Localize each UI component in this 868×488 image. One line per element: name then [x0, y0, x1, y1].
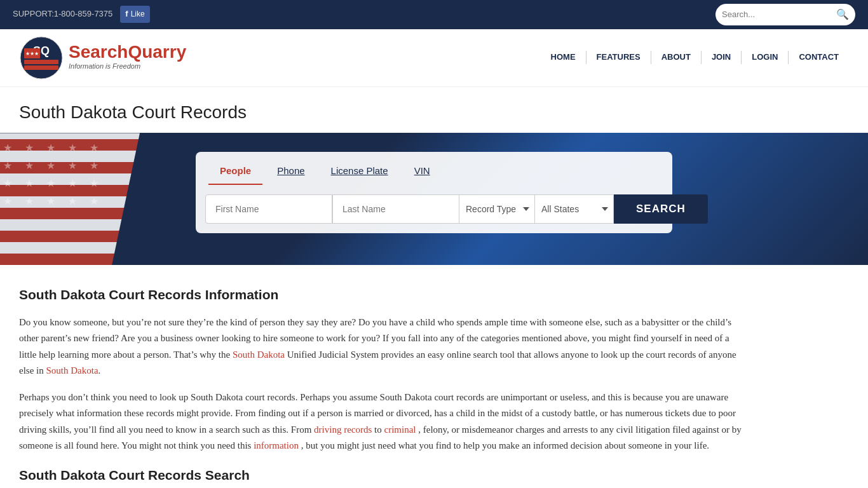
- fb-icon: f: [125, 8, 128, 21]
- svg-rect-2: [24, 60, 58, 64]
- tab-phone[interactable]: Phone: [266, 158, 316, 185]
- top-bar-left: SUPPORT:1-800-859-7375 f Like: [13, 6, 150, 23]
- link-driving-records[interactable]: driving records: [314, 424, 372, 435]
- logo-brand: SearchQuarry: [69, 43, 186, 61]
- logo-tagline: Information is Freedom: [69, 61, 186, 72]
- search-container: People Phone License Plate VIN Record Ty…: [196, 152, 672, 233]
- page-title-area: South Dakota Court Records: [0, 87, 868, 133]
- search-button[interactable]: SEARCH: [614, 194, 708, 224]
- main-nav: HOME FEATURES ABOUT JOIN LOGIN CONTACT: [541, 51, 849, 64]
- link-south-dakota-1[interactable]: South Dakota: [233, 349, 285, 360]
- all-states-select[interactable]: All States South Dakota Alabama Alaska: [535, 194, 614, 224]
- top-search-bar[interactable]: 🔍: [715, 4, 855, 25]
- link-criminal[interactable]: criminal: [384, 424, 416, 435]
- tab-license-plate[interactable]: License Plate: [320, 158, 400, 185]
- fb-like-button[interactable]: f Like: [120, 6, 149, 23]
- hero-banner: People Phone License Plate VIN Record Ty…: [0, 133, 868, 265]
- top-bar: SUPPORT:1-800-859-7375 f Like 🔍: [0, 0, 868, 29]
- record-type-select[interactable]: Record Type Criminal Civil Traffic: [459, 194, 535, 224]
- first-name-input[interactable]: [205, 194, 332, 224]
- logo-brand-part1: Search: [69, 42, 128, 62]
- tab-vin[interactable]: VIN: [403, 158, 442, 185]
- header: SQ ★★★ SearchQuarry Information is Freed…: [0, 29, 868, 87]
- nav-login[interactable]: LOGIN: [742, 51, 789, 64]
- top-search-input[interactable]: [722, 10, 836, 19]
- search-tabs: People Phone License Plate VIN: [196, 152, 672, 185]
- logo-text: SearchQuarry Information is Freedom: [69, 43, 186, 72]
- nav-join[interactable]: JOIN: [702, 51, 742, 64]
- svg-rect-3: [24, 65, 58, 70]
- search-section-heading: South Dakota Court Records Search: [19, 464, 743, 486]
- search-form: Record Type Criminal Civil Traffic All S…: [196, 185, 672, 233]
- page-title: South Dakota Court Records: [19, 98, 849, 127]
- logo-icon: SQ ★★★: [19, 36, 64, 80]
- nav-about[interactable]: ABOUT: [651, 51, 702, 64]
- support-text: SUPPORT:1-800-859-7375: [13, 8, 112, 21]
- content-area: South Dakota Court Records Information D…: [0, 265, 763, 488]
- paragraph-2: Perhaps you don’t think you need to look…: [19, 390, 743, 454]
- last-name-input[interactable]: [332, 194, 459, 224]
- nav-home[interactable]: HOME: [541, 51, 587, 64]
- link-south-dakota-2[interactable]: South Dakota: [46, 365, 98, 376]
- nav-contact[interactable]: CONTACT: [789, 51, 849, 64]
- logo-area: SQ ★★★ SearchQuarry Information is Freed…: [19, 36, 186, 80]
- info-heading: South Dakota Court Records Information: [19, 284, 743, 306]
- search-icon[interactable]: 🔍: [836, 6, 849, 23]
- logo-brand-part2: Quarry: [128, 42, 186, 62]
- paragraph-1: Do you know someone, but you’re not sure…: [19, 315, 743, 379]
- link-information[interactable]: information: [254, 440, 299, 451]
- svg-text:★★★: ★★★: [25, 51, 39, 57]
- nav-features[interactable]: FEATURES: [587, 51, 651, 64]
- tab-people[interactable]: People: [208, 158, 262, 185]
- fb-like-label: Like: [131, 8, 145, 20]
